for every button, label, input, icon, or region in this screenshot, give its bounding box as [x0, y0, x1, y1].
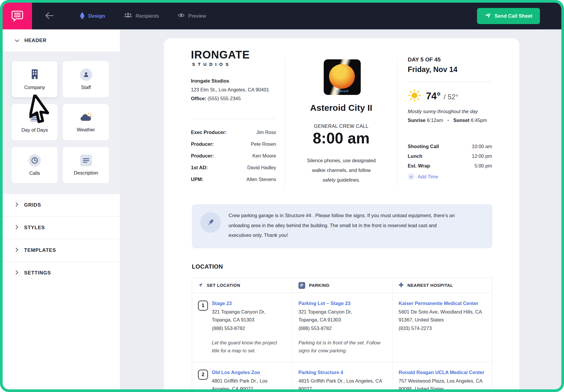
section-styles-accordion[interactable]: STYLES: [3, 216, 120, 239]
reminder-line: safety guidelines.: [300, 175, 382, 185]
general-crew-call-label: GENERAL CREW CALL: [285, 123, 397, 129]
add-time-button[interactable]: + Add Time: [408, 173, 438, 180]
set-location-link[interactable]: Old Los Angeles Zoo: [212, 370, 268, 375]
section-grids-label: GRIDS: [24, 202, 41, 208]
section-grids-accordion[interactable]: GRIDS: [3, 194, 120, 216]
location-number-badge: 2: [198, 370, 208, 380]
sun-icon: [408, 89, 421, 103]
app-window: Design Recipients: [0, 0, 564, 392]
person-icon: [80, 68, 92, 81]
company-logo-text: IRONGATE: [191, 49, 276, 61]
parking-phone: (888) 553-8782: [298, 326, 386, 331]
location-row-1: 1 Stage 23 321 Topanga Canyon Dr, Topang…: [192, 293, 492, 362]
location-row-2: 2 Old Los Angeles Zoo 4801 Griffith Park…: [192, 362, 492, 389]
header-widget-panel: Company Staff: [3, 51, 120, 194]
location-table-header: SET LOCATION P PARKING NEAREST HOSPITAL: [192, 278, 492, 293]
clock-icon: [28, 154, 41, 167]
company-logo-subtext: STUDIOS: [191, 62, 276, 67]
crew-name: Pete Rosen: [251, 141, 276, 147]
poster-art: [329, 64, 355, 89]
set-location-cell: 1 Stage 23 321 Topanga Canyon Dr, Topang…: [192, 293, 293, 362]
section-settings-accordion[interactable]: SETTINGS: [3, 262, 120, 284]
note-line: executives only. Thank you!: [229, 230, 487, 240]
crew-role: Exec Producer:: [191, 130, 226, 135]
weather-summary: 74° / 52°: [408, 89, 458, 103]
call-sheet-document: IRONGATE STUDIOS Irongate Studios 123 El…: [164, 38, 519, 389]
parking-header: P PARKING: [293, 278, 393, 293]
parking-link[interactable]: Parking Lot – Stage 23: [298, 301, 386, 306]
dot-separator: •: [447, 118, 449, 123]
set-location-address: 321 Topanga Canyon Dr, Topanga, CA 91303: [212, 308, 277, 324]
tab-design[interactable]: Design: [80, 12, 105, 20]
design-sidebar: HEADER Company: [3, 29, 120, 389]
hospital-cross-icon: [399, 282, 404, 288]
chevron-right-icon: [16, 202, 18, 208]
set-location-address: 4801 Griffith Park Dr., Los Angeles, CA …: [212, 377, 268, 389]
weather-forecast: Mostly sunny throughout the day: [408, 109, 478, 114]
speech-bubble-icon: [11, 9, 24, 23]
send-call-sheet-button[interactable]: Send Call Sheet: [477, 8, 540, 24]
time-label: Shooting Call: [408, 144, 439, 149]
company-info: Irongate Studios 123 Elm St., Los Angele…: [191, 76, 276, 103]
arrow-left-icon: [45, 12, 54, 20]
hospital-link[interactable]: Ronald Reagan UCLA Medical Center: [399, 370, 486, 375]
tab-design-label: Design: [88, 13, 105, 19]
tile-day-of-days-label: Day of Days: [21, 127, 48, 133]
production-title: Asteroid City II: [285, 103, 397, 113]
tile-calls-label: Calls: [29, 170, 40, 176]
time-label: Est. Wrap: [408, 163, 430, 169]
recipients-people-icon: [124, 12, 132, 20]
chevron-right-icon: [16, 270, 18, 276]
tab-recipients-label: Recipients: [136, 13, 159, 19]
temperature-low: / 52°: [444, 93, 458, 101]
call-times-list: Shooting Call 10:00 am Lunch 12:00 pm Es…: [408, 142, 492, 171]
note-line: Crew parking garage is in Structure #4 .…: [229, 211, 487, 221]
hospital-link[interactable]: Kaiser Permanente Medical Center: [399, 301, 486, 306]
send-call-sheet-label: Send Call Sheet: [495, 13, 532, 19]
section-header-accordion[interactable]: HEADER: [3, 29, 120, 51]
section-templates-label: TEMPLATES: [24, 247, 56, 253]
cloud-sun-icon: [80, 112, 93, 123]
company-address: 123 Elm St., Los Angeles, CA 90401: [191, 85, 276, 94]
tile-weather[interactable]: Weather: [63, 104, 109, 140]
chevron-down-icon: [15, 38, 19, 43]
company-name: Irongate Studios: [191, 76, 276, 85]
set-location-phone: (888) 553-8782: [212, 326, 277, 331]
general-crew-call-time: 8:00 am: [285, 129, 397, 147]
set-location-header-label: SET LOCATION: [207, 283, 240, 288]
section-templates-accordion[interactable]: TEMPLATES: [3, 239, 120, 262]
tile-calls[interactable]: Calls: [12, 147, 58, 183]
back-button[interactable]: [45, 12, 54, 20]
send-plane-icon: [485, 12, 491, 20]
parking-address: 4815 Griffith Park Dr., Los Angeles, CA …: [298, 377, 386, 389]
time-row: Shooting Call 10:00 am: [408, 142, 492, 151]
tab-preview[interactable]: Preview: [178, 13, 206, 19]
hospital-address: 757 Westwood Plaza, Los Angeles, CA 9009…: [399, 377, 486, 389]
crew-name: Allen Stevens: [246, 177, 276, 182]
crew-row: Producer: Pete Rosen: [191, 138, 276, 150]
company-office-phone: Office: (555) 555-2345: [191, 94, 276, 103]
sunset-time: 6:45pm: [471, 118, 487, 123]
sunrise-label: Sunrise: [408, 118, 426, 123]
tile-description[interactable]: Description: [63, 147, 109, 183]
tile-company[interactable]: Company: [12, 61, 58, 97]
location-number-badge: 1: [198, 301, 208, 311]
crew-list: Exec Producer: Jim Ross Producer: Pete R…: [191, 126, 276, 185]
studiobinder-logo[interactable]: [3, 3, 32, 29]
section-header-label: HEADER: [24, 38, 46, 43]
crew-role: UPM:: [191, 177, 203, 182]
hospital-cell: Kaiser Permanente Medical Center 5601 De…: [393, 293, 492, 362]
parking-link[interactable]: Parking Structure 4: [298, 370, 386, 375]
chevron-right-icon: [16, 225, 18, 231]
production-poster-image[interactable]: asteroid: [324, 59, 361, 95]
pushpin-icon: [200, 212, 221, 233]
hospital-cell: Ronald Reagan UCLA Medical Center 757 We…: [393, 362, 492, 389]
tab-preview-label: Preview: [188, 13, 206, 19]
tab-recipients[interactable]: Recipients: [124, 12, 159, 20]
tile-staff[interactable]: Staff: [63, 61, 109, 97]
crew-name: Ken Moore: [252, 153, 276, 159]
set-location-link[interactable]: Stage 23: [212, 301, 277, 306]
set-location-note: Let the guard know the project title for…: [212, 339, 277, 355]
time-row: Est. Wrap 5:00 pm: [408, 161, 492, 171]
location-section-title: LOCATION: [192, 263, 223, 270]
